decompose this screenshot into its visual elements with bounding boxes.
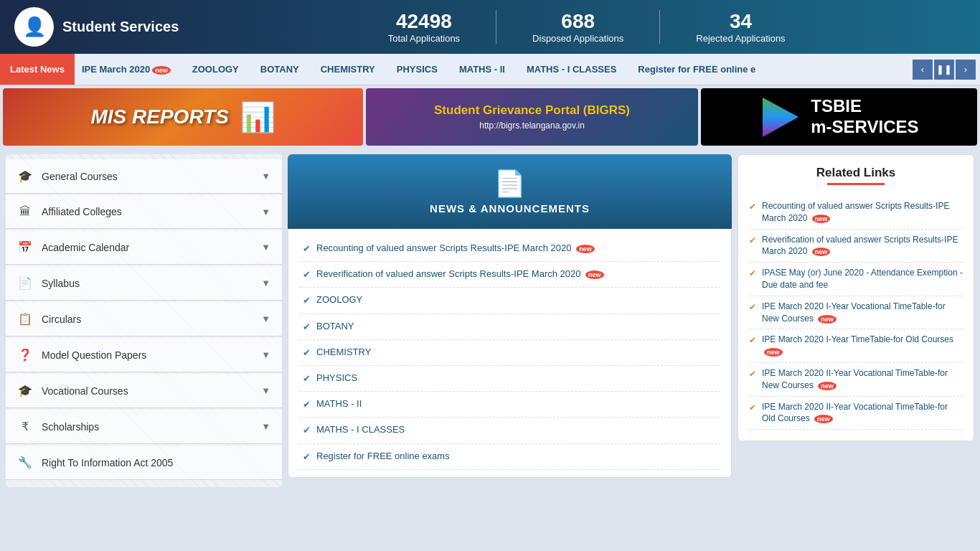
news-check-1: ✔: [303, 268, 311, 281]
sidebar-item-general-courses[interactable]: 🎓 General Courses ▼: [6, 159, 282, 194]
news-new-badge-0: new: [576, 245, 595, 253]
right-content: Related Links ✔Recounting of valued answ…: [738, 154, 974, 487]
sidebar-item-syllabus[interactable]: 📄 Syllabus ▼: [6, 266, 282, 301]
news-check-0: ✔: [303, 242, 311, 255]
ticker-prev-btn[interactable]: ‹: [913, 60, 933, 80]
news-list-item-5[interactable]: ✔PHYSICS: [299, 366, 720, 392]
related-check-0: ✔: [749, 201, 756, 213]
related-links-box: Related Links ✔Recounting of valued answ…: [738, 154, 974, 441]
ticker-item-4[interactable]: PHYSICS: [397, 64, 438, 75]
sidebar-item-right-to-information-act-2005[interactable]: 🔧 Right To Information Act 2005: [6, 446, 282, 480]
news-text-6: MATHS - II: [316, 397, 362, 410]
sidebar-item-model-question-papers[interactable]: ❓ Model Question Papers ▼: [6, 338, 282, 372]
related-link-item-0[interactable]: ✔Recounting of valued answer Scripts Res…: [749, 196, 963, 230]
news-list-item-3[interactable]: ✔BOTANY: [299, 314, 720, 340]
news-text-1: Reverification of valued answer Scripts …: [316, 268, 604, 281]
tsbie-line1: TSBIE: [811, 96, 918, 117]
stat-number-1: 688: [532, 10, 623, 33]
sidebar-icon-0: 🎓: [17, 169, 33, 183]
related-link-item-6[interactable]: ✔IPE March 2020 II-Year Vocational TimeT…: [749, 397, 963, 430]
sidebar-label-7: Scholarships: [42, 421, 261, 433]
related-link-item-4[interactable]: ✔IPE March 2020 I-Year TimeTable-for Old…: [749, 329, 963, 363]
sidebar-item-scholarships[interactable]: ₹ Scholarships ▼: [6, 410, 282, 444]
sidebar-arrow-4: ▼: [261, 314, 270, 324]
ticker-item-5[interactable]: MATHS - II: [459, 64, 505, 75]
news-list-item-4[interactable]: ✔CHEMISTRY: [299, 340, 720, 366]
ticker-next-btn[interactable]: ›: [956, 60, 976, 80]
related-check-4: ✔: [749, 334, 756, 347]
grievance-portal-banner[interactable]: Student Grievance Portal (BIGRS) http://…: [366, 88, 697, 146]
ticker-item-1[interactable]: ZOOLOGY: [192, 64, 239, 75]
ticker-controls[interactable]: ‹ ❚❚ ›: [912, 60, 980, 80]
sidebar-arrow-7: ▼: [261, 421, 270, 432]
related-text-5: IPE March 2020 II-Year Vocational TimeTa…: [762, 367, 963, 392]
main-area: 🎓 General Courses ▼ 🏛 Affiliated College…: [0, 149, 980, 493]
related-links-underline: [827, 183, 885, 185]
news-list-item-6[interactable]: ✔MATHS - II: [299, 392, 720, 418]
sidebar-icon-3: 📄: [17, 276, 33, 290]
news-list-item-7[interactable]: ✔MATHS - I CLASSES: [299, 418, 720, 443]
ticker-item-0[interactable]: IPE March 2020new: [82, 64, 171, 75]
news-text-7: MATHS - I CLASSES: [316, 423, 405, 436]
news-list-item-0[interactable]: ✔Recounting of valued answer Scripts Res…: [299, 236, 720, 262]
ticker-item-7[interactable]: Register for FREE online e: [638, 64, 755, 75]
news-text-4: CHEMISTRY: [316, 346, 371, 359]
news-list: ✔Recounting of valued answer Scripts Res…: [288, 229, 732, 478]
mis-reports-banner[interactable]: MIS REPORTS 📊: [3, 88, 363, 146]
mis-reports-title: MIS REPORTS: [90, 105, 228, 128]
related-new-badge-0: new: [812, 215, 831, 223]
sidebar: 🎓 General Courses ▼ 🏛 Affiliated College…: [6, 154, 282, 487]
site-title: Student Services: [62, 19, 179, 35]
news-ticker: Latest News IPE March 2020newZOOLOGYBOTA…: [0, 54, 980, 85]
ticker-item-2[interactable]: BOTANY: [260, 64, 299, 75]
mis-icon: 📊: [240, 100, 275, 134]
related-check-2: ✔: [749, 268, 756, 280]
stat-number-2: 34: [696, 10, 785, 33]
stat-item-2: 34Rejected Applications: [660, 10, 821, 44]
stat-label-1: Disposed Applications: [532, 33, 623, 44]
news-text-0: Recounting of valued answer Scripts Resu…: [316, 242, 595, 255]
sidebar-item-affiliated-colleges[interactable]: 🏛 Affiliated Colleges ▼: [6, 195, 282, 229]
news-list-item-8[interactable]: ✔Register for FREE online exams: [299, 444, 720, 470]
related-text-0: Recounting of valued answer Scripts Resu…: [762, 200, 963, 225]
news-check-6: ✔: [303, 398, 311, 411]
news-text-3: BOTANY: [316, 320, 354, 333]
sidebar-label-4: Circulars: [42, 314, 261, 325]
news-check-5: ✔: [303, 372, 311, 385]
stat-number-0: 42498: [388, 10, 460, 33]
sidebar-arrow-0: ▼: [261, 171, 270, 182]
ticker-item-6[interactable]: MATHS - I CLASSES: [527, 64, 616, 75]
sidebar-arrow-1: ▼: [261, 207, 270, 217]
news-list-item-1[interactable]: ✔Reverification of valued answer Scripts…: [299, 262, 720, 288]
stat-label-0: Total Applications: [388, 33, 460, 44]
related-link-item-5[interactable]: ✔IPE March 2020 II-Year Vocational TimeT…: [749, 363, 963, 397]
related-text-6: IPE March 2020 II-Year Vocational TimeTa…: [762, 401, 963, 425]
related-check-1: ✔: [749, 235, 756, 247]
related-link-item-1[interactable]: ✔Reverification of valued answer Scripts…: [749, 230, 963, 263]
new-badge: new: [152, 66, 171, 75]
related-new-badge-4: new: [764, 348, 783, 357]
sidebar-label-1: Affiliated Colleges: [42, 206, 261, 217]
sidebar-icon-4: 📋: [17, 312, 33, 326]
header-stats: 42498Total Applications688Disposed Appli…: [207, 10, 966, 44]
logo-circle: 👤: [14, 7, 54, 47]
related-text-4: IPE March 2020 I-Year TimeTable-for Old …: [762, 334, 963, 358]
sidebar-item-circulars[interactable]: 📋 Circulars ▼: [6, 302, 282, 336]
sidebar-icon-5: ❓: [17, 348, 33, 362]
news-announcements-header: 📄 NEWS & ANNOUNCEMENTS: [288, 154, 732, 229]
ticker-item-3[interactable]: CHEMISTRY: [321, 64, 375, 75]
sidebar-item-vocational-courses[interactable]: 🎓 Vocational Courses ▼: [6, 374, 282, 408]
related-check-5: ✔: [749, 368, 756, 380]
tsbie-banner[interactable]: TSBIE m-SERVICES: [701, 88, 977, 146]
sidebar-icon-7: ₹: [17, 420, 33, 433]
related-link-item-3[interactable]: ✔IPE March 2020 I-Year Vocational TimeTa…: [749, 296, 963, 330]
ticker-pause-btn[interactable]: ❚❚: [934, 60, 954, 80]
stat-label-2: Rejected Applications: [696, 33, 785, 44]
related-links-title: Related Links: [749, 166, 963, 180]
related-link-item-2[interactable]: ✔IPASE May (or) June 2020 - Attendance E…: [749, 263, 963, 296]
news-list-item-2[interactable]: ✔ZOOLOGY: [299, 288, 720, 314]
person-icon: 👤: [23, 16, 46, 38]
tsbie-text: TSBIE m-SERVICES: [811, 96, 918, 138]
news-check-4: ✔: [303, 347, 311, 359]
sidebar-item-academic-calendar[interactable]: 📅 Academic Calendar ▼: [6, 230, 282, 265]
